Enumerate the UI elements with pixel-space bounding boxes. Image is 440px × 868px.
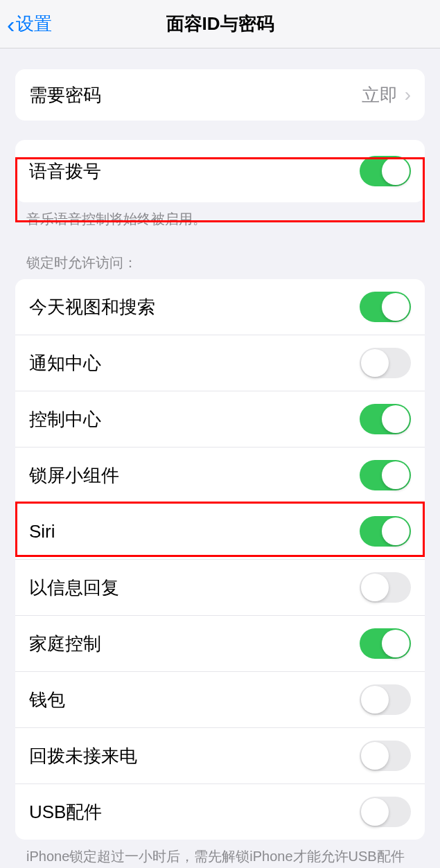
require-passcode-value: 立即	[362, 83, 398, 107]
chevron-right-icon: ›	[405, 84, 411, 106]
locked-access-toggle[interactable]	[360, 684, 411, 715]
locked-access-toggle[interactable]	[360, 348, 411, 378]
voice-dial-toggle[interactable]	[360, 156, 411, 186]
locked-access-toggle[interactable]	[360, 741, 411, 771]
locked-access-row: 通知中心	[15, 335, 425, 391]
voice-dial-row: 语音拨号	[15, 140, 425, 202]
locked-access-toggle[interactable]	[360, 572, 411, 603]
voice-dial-footer: 音乐语音控制将始终被启用。	[0, 202, 440, 229]
locked-access-toggle[interactable]	[360, 292, 411, 322]
locked-access-item-label: 通知中心	[29, 351, 101, 375]
back-button[interactable]: ‹ 设置	[7, 12, 52, 36]
locked-access-row: Siri	[15, 503, 425, 559]
locked-access-row: 今天视图和搜索	[15, 279, 425, 335]
back-label: 设置	[16, 12, 52, 36]
locked-access-item-label: 今天视图和搜索	[29, 295, 155, 319]
locked-access-item-label: 家庭控制	[29, 632, 101, 656]
locked-access-footer: iPhone锁定超过一小时后，需先解锁iPhone才能允许USB配件连接。	[0, 840, 440, 868]
locked-access-row: 钱包	[15, 671, 425, 727]
navigation-bar: ‹ 设置 面容ID与密码	[0, 0, 440, 48]
locked-access-toggle[interactable]	[360, 516, 411, 547]
require-passcode-label: 需要密码	[29, 83, 101, 107]
voice-dial-label: 语音拨号	[29, 159, 101, 184]
locked-access-item-label: Siri	[29, 521, 55, 542]
page-title: 面容ID与密码	[166, 12, 274, 36]
locked-access-toggle[interactable]	[360, 460, 411, 490]
locked-access-item-label: 锁屏小组件	[29, 463, 119, 488]
locked-access-row: 锁屏小组件	[15, 447, 425, 503]
locked-access-item-label: 控制中心	[29, 407, 101, 432]
locked-access-item-label: 钱包	[29, 688, 65, 712]
locked-access-item-label: 以信息回复	[29, 576, 119, 600]
locked-access-row: 回拨未接来电	[15, 727, 425, 783]
locked-access-row: 以信息回复	[15, 559, 425, 615]
locked-access-toggle[interactable]	[360, 797, 411, 827]
locked-access-item-label: USB配件	[29, 800, 102, 824]
locked-access-toggle[interactable]	[360, 404, 411, 434]
locked-access-row: 控制中心	[15, 391, 425, 447]
locked-access-header: 锁定时允许访问：	[0, 254, 440, 279]
locked-access-toggle[interactable]	[360, 628, 411, 659]
require-passcode-row[interactable]: 需要密码 立即 ›	[15, 69, 425, 121]
locked-access-item-label: 回拨未接来电	[29, 744, 137, 768]
locked-access-row: USB配件	[15, 783, 425, 840]
locked-access-row: 家庭控制	[15, 615, 425, 671]
chevron-left-icon: ‹	[7, 12, 15, 36]
